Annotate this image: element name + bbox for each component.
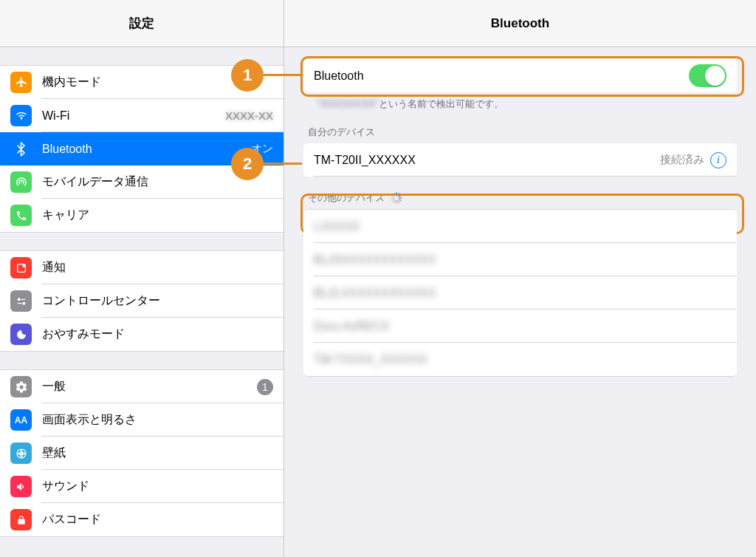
- svg-point-4: [22, 301, 25, 304]
- other-device-row[interactable]: LXXXXX: [303, 210, 737, 243]
- sidebar-item-dnd[interactable]: おやすみモード: [0, 318, 284, 351]
- display-label: 画面表示と明るさ: [42, 412, 273, 428]
- bluetooth-toggle-row: Bluetooth: [303, 59, 737, 92]
- cellular-icon: [10, 171, 32, 193]
- bluetooth-toggle[interactable]: [689, 64, 726, 87]
- lock-icon: [10, 509, 32, 530]
- svg-point-1: [22, 264, 25, 267]
- general-label: 一般: [42, 379, 257, 394]
- gear-icon: [10, 376, 32, 397]
- speaker-icon: [10, 476, 32, 497]
- dnd-label: おやすみモード: [42, 327, 273, 342]
- detail-body: Bluetooth “XXXXXXXX”という名前で検出可能です。 自分のデバイ…: [284, 47, 756, 557]
- general-badge: 1: [257, 379, 273, 395]
- other-device-row[interactable]: Dxxx AxRECX: [303, 310, 737, 343]
- spinner-icon: [391, 192, 402, 204]
- detail-title: Bluetooth: [491, 16, 549, 31]
- carrier-label: キャリア: [42, 208, 273, 223]
- detail-header: Bluetooth: [284, 0, 756, 47]
- sidebar-item-sounds[interactable]: サウンド: [0, 470, 284, 503]
- other-device-row[interactable]: TM-TXXXX_XXXXXX: [303, 343, 737, 376]
- discoverable-caption: “XXXXXXXX”という名前で検出可能です。: [284, 92, 756, 111]
- sidebar-group-general: 一般 1 AA 画面表示と明るさ 壁紙 サウンド: [0, 369, 284, 537]
- my-device-status: 接続済み: [660, 153, 704, 167]
- wifi-icon: [10, 105, 32, 126]
- bluetooth-label: Bluetooth: [42, 143, 251, 156]
- sidebar-item-wallpaper[interactable]: 壁紙: [0, 437, 284, 470]
- svg-rect-3: [21, 298, 25, 299]
- sidebar-group-alerts: 通知 コントロールセンター おやすみモード: [0, 250, 284, 352]
- wifi-label: Wi-Fi: [42, 109, 225, 123]
- sidebar-item-display[interactable]: AA 画面表示と明るさ: [0, 403, 284, 437]
- sounds-label: サウンド: [42, 479, 273, 494]
- sidebar-title: 設定: [129, 15, 154, 32]
- sidebar-item-wifi[interactable]: Wi-Fi XXXX-XX: [0, 99, 284, 132]
- callout-line-1: [264, 74, 302, 76]
- phone-icon: [10, 205, 32, 226]
- callout-line-2: [264, 163, 302, 165]
- bluetooth-toggle-label: Bluetooth: [314, 69, 689, 83]
- sidebar-item-notifications[interactable]: 通知: [0, 251, 284, 284]
- detail-pane: Bluetooth Bluetooth “XXXXXXXX”という名前で検出可能…: [284, 0, 756, 557]
- sidebar-item-carrier[interactable]: キャリア: [0, 199, 284, 232]
- display-icon: AA: [10, 409, 32, 431]
- other-devices-list: LXXXXX BL20XXXXXXXXXXXX BL2LXXXXXXXXXXXX…: [303, 209, 737, 377]
- sidebar-header: 設定: [0, 0, 284, 47]
- callout-badge-1: 1: [231, 59, 264, 92]
- notifications-icon: [10, 257, 32, 278]
- my-devices-header: 自分のデバイス: [284, 111, 756, 143]
- other-device-row[interactable]: BL2LXXXXXXXXXXXX: [303, 276, 737, 310]
- sidebar-item-control-center[interactable]: コントロールセンター: [0, 284, 284, 318]
- device-name-blurred: “XXXXXXXX”: [317, 98, 379, 109]
- callout-badge-2: 2: [231, 148, 264, 180]
- other-device-row[interactable]: BL20XXXXXXXXXXXX: [303, 243, 737, 276]
- other-devices-header: その他のデバイス: [284, 177, 756, 209]
- svg-point-2: [17, 298, 20, 301]
- notifications-label: 通知: [42, 260, 273, 276]
- sidebar-item-passcode[interactable]: パスコード: [0, 503, 284, 536]
- airplane-icon: [10, 72, 32, 93]
- passcode-label: パスコード: [42, 512, 273, 527]
- bluetooth-icon: [10, 138, 32, 160]
- moon-icon: [10, 324, 32, 345]
- control-center-icon: [10, 290, 32, 312]
- info-icon[interactable]: i: [710, 152, 726, 168]
- control-center-label: コントロールセンター: [42, 293, 273, 309]
- my-device-name: TM-T20II_XXXXXX: [314, 154, 660, 167]
- sidebar-item-general[interactable]: 一般 1: [0, 370, 284, 403]
- wallpaper-icon: [10, 442, 32, 464]
- svg-rect-5: [17, 303, 21, 304]
- my-device-row[interactable]: TM-T20II_XXXXXX 接続済み i: [303, 143, 737, 177]
- settings-app: 設定 機内モード Wi-Fi XXXX-XX B: [0, 0, 756, 557]
- wifi-value: XXXX-XX: [225, 109, 273, 122]
- wallpaper-label: 壁紙: [42, 445, 273, 461]
